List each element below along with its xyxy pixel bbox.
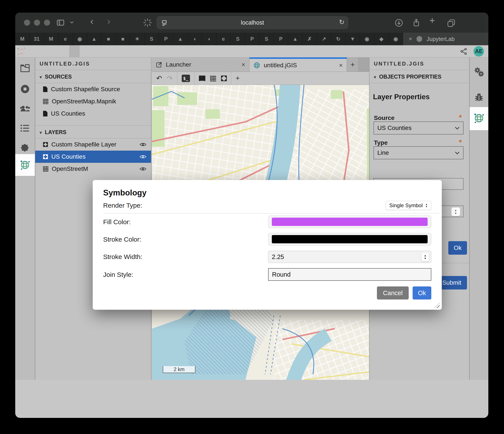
ok-button[interactable]: Ok <box>413 286 431 299</box>
source-item[interactable]: US Counties <box>35 108 151 120</box>
pinned-tab-icon[interactable]: ▲ <box>288 33 303 45</box>
pinned-tab-icon[interactable]: ✗ <box>303 33 317 45</box>
jgis-globe-icon[interactable] <box>473 112 485 124</box>
stepper-control[interactable]: ▴▾ <box>451 208 460 216</box>
layer-visibility-eye-icon[interactable] <box>140 166 146 171</box>
share-nodes-icon[interactable] <box>459 47 468 55</box>
menu-item[interactable] <box>80 45 90 57</box>
console-button[interactable]: $_ <box>182 75 190 82</box>
layer-item[interactable]: Custom Shapefile Layer <box>35 138 151 151</box>
extensions-icon[interactable] <box>20 144 30 153</box>
pinned-tab-icon[interactable]: e <box>58 33 73 45</box>
undo-button[interactable]: ↶ <box>156 74 162 82</box>
new-tab-button[interactable]: + <box>427 16 437 25</box>
active-browser-tab[interactable]: × JupyterLab <box>403 33 488 45</box>
sidebar-toggle-icon[interactable] <box>56 18 65 27</box>
source-select[interactable]: US Counties <box>373 121 464 135</box>
share-icon[interactable] <box>412 18 421 27</box>
type-select[interactable]: Line <box>373 146 464 159</box>
tab-untitled-jgis[interactable]: untitled.jGIS × <box>249 57 347 72</box>
pinned-tab-icon[interactable]: ◉ <box>389 33 403 45</box>
reader-view-icon[interactable] <box>160 19 168 27</box>
join-style-input[interactable]: Round <box>268 268 431 281</box>
pinned-tab-icon[interactable]: P <box>159 33 173 45</box>
pinned-tab-icon[interactable]: P <box>274 33 288 45</box>
cancel-button[interactable]: Cancel <box>377 286 409 299</box>
layer-visibility-eye-icon[interactable] <box>140 142 146 147</box>
layers-section-header[interactable]: ▾LAYERS <box>35 125 151 138</box>
menu-item[interactable] <box>100 45 111 57</box>
pinned-tab-icon[interactable]: ↻ <box>331 33 346 45</box>
stroke-color-picker[interactable] <box>268 233 431 245</box>
pinned-tab-icon[interactable]: ◆ <box>374 33 389 45</box>
pinned-tab-icon[interactable]: ▲ <box>173 33 188 45</box>
source-item[interactable]: OpenStreetMap.Mapnik <box>35 95 151 108</box>
source-item[interactable]: Custom Shapefile Source <box>35 83 151 95</box>
downloads-icon[interactable] <box>394 18 404 27</box>
pinned-tab-icon[interactable]: S <box>144 33 159 45</box>
collaborators-icon[interactable] <box>20 104 30 113</box>
layer-item[interactable]: OpenStreetM <box>35 163 151 175</box>
pinned-tab-icon[interactable]: ■ <box>116 33 130 45</box>
menu-item[interactable] <box>27 45 38 57</box>
pinned-tab-icon[interactable]: M <box>15 33 30 45</box>
pinned-tab-icon[interactable]: 31 <box>30 33 44 45</box>
pinned-tab-icon[interactable]: ↗ <box>317 33 331 45</box>
back-button[interactable]: ‹ <box>87 17 97 26</box>
close-tab-icon[interactable]: × <box>339 62 343 69</box>
raster-layer-button[interactable] <box>210 75 216 81</box>
vector-layer-button[interactable] <box>221 75 227 81</box>
chevron-down-icon[interactable] <box>69 20 74 24</box>
new-tab-button[interactable]: + <box>347 57 359 72</box>
layer-visibility-eye-icon[interactable] <box>140 154 146 159</box>
zoom-window-button[interactable] <box>44 20 50 26</box>
pinned-tab-icon[interactable]: S <box>259 33 274 45</box>
pinned-tab-icon[interactable]: M <box>44 33 58 45</box>
property-inspector-icon[interactable] <box>473 66 485 78</box>
table-of-contents-icon[interactable] <box>20 124 30 132</box>
pinned-tab-icon[interactable]: ▲ <box>87 33 101 45</box>
minimize-window-button[interactable] <box>34 20 40 26</box>
stepper-control[interactable]: ▲▼ <box>422 253 429 262</box>
pinned-tab-icon[interactable]: ▼ <box>346 33 360 45</box>
close-tab-icon[interactable]: × <box>241 61 245 68</box>
menu-item[interactable] <box>48 45 59 57</box>
jgis-globe-icon[interactable] <box>19 159 31 171</box>
address-bar[interactable]: localhost ↻ <box>157 16 348 29</box>
forward-button[interactable]: › <box>104 17 114 26</box>
close-tab-icon[interactable]: × <box>409 36 412 42</box>
pinned-tab-icon[interactable]: ◉ <box>360 33 374 45</box>
file-browser-icon[interactable] <box>20 64 30 73</box>
resize-handle[interactable] <box>434 303 440 308</box>
add-layer-button[interactable]: + <box>236 74 240 82</box>
panel-ok-button[interactable]: Ok <box>448 241 467 255</box>
tab-overview-icon[interactable] <box>447 18 456 27</box>
close-window-button[interactable] <box>24 20 30 26</box>
basemap-gallery-button[interactable] <box>199 75 206 81</box>
fill-color-picker[interactable] <box>268 216 431 228</box>
pinned-tab-icon[interactable]: S <box>231 33 245 45</box>
pinned-tab-icon[interactable]: P <box>245 33 259 45</box>
pinned-tab-icon[interactable]: ◖ <box>188 33 202 45</box>
menu-item[interactable] <box>90 45 100 57</box>
running-sessions-icon[interactable] <box>20 84 30 94</box>
pinned-tab-icon[interactable]: ■ <box>101 33 116 45</box>
objects-properties-header[interactable]: ▾OBJECTS PROPERTIES <box>369 70 469 83</box>
menu-item[interactable] <box>38 45 48 57</box>
pinned-tab-icon[interactable]: ✶ <box>130 33 144 45</box>
pinned-tab-icon[interactable]: ◉ <box>73 33 87 45</box>
stroke-width-input[interactable]: 2.25 ▲▼ <box>268 251 431 263</box>
menu-item[interactable] <box>69 45 80 57</box>
menu-item[interactable] <box>59 45 69 57</box>
sources-section-header[interactable]: ▾SOURCES <box>35 70 151 83</box>
redo-button[interactable]: ↷ <box>167 74 173 82</box>
user-avatar[interactable]: AE <box>474 46 484 57</box>
jupyterlab-menubar: AE <box>15 45 488 57</box>
pinned-tab-icon[interactable]: e <box>216 33 231 45</box>
debugger-bug-icon[interactable] <box>474 92 484 102</box>
pinned-tab-icon[interactable]: ◖ <box>202 33 216 45</box>
layer-item[interactable]: US Counties <box>35 151 151 163</box>
render-type-select[interactable]: Single Symbol ▲▼ <box>386 201 431 210</box>
refresh-icon[interactable]: ↻ <box>339 18 344 26</box>
tab-launcher[interactable]: Launcher × <box>152 57 249 72</box>
